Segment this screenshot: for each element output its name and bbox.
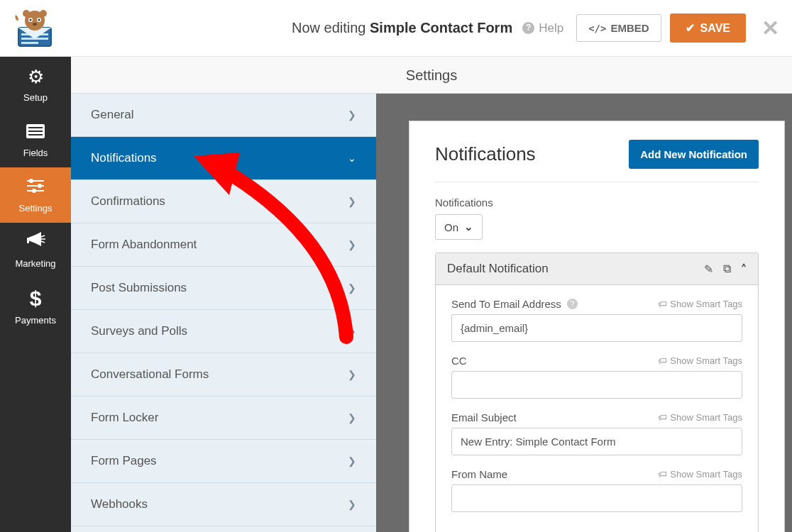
show-smart-tags[interactable]: 🏷 Show Smart Tags <box>658 355 742 366</box>
help-icon: ? <box>522 22 534 34</box>
close-icon[interactable]: ✕ <box>761 16 779 40</box>
chevron-right-icon: ❯ <box>348 455 356 467</box>
settings-row-webhooks[interactable]: Webhooks ❯ <box>71 483 376 526</box>
settings-row-form-locker[interactable]: Form Locker ❯ <box>71 397 376 440</box>
chevron-right-icon: ❯ <box>348 239 356 250</box>
settings-row-notifications[interactable]: Notifications ⌄ <box>71 137 376 180</box>
from-name-input[interactable] <box>451 484 742 512</box>
bullhorn-icon <box>26 232 45 254</box>
svg-rect-16 <box>28 131 43 132</box>
sliders-icon <box>26 177 45 199</box>
topbar: Now editing Simple Contact Form ? Help <… <box>0 0 792 57</box>
help-icon[interactable]: ? <box>567 299 578 309</box>
check-icon: ✔ <box>686 21 695 35</box>
tag-icon: 🏷 <box>658 469 667 480</box>
chevron-right-icon: ❯ <box>348 326 356 337</box>
content: Settings General ❯ Notifications ⌄ Confi… <box>71 57 792 532</box>
chevron-right-icon: ❯ <box>348 282 356 294</box>
show-smart-tags[interactable]: 🏷 Show Smart Tags <box>658 412 742 423</box>
now-editing-label: Now editing Simple Contact Form <box>292 20 512 36</box>
notification-head: Default Notification ✎ ⧉ ˄ <box>436 253 758 285</box>
settings-list: General ❯ Notifications ⌄ Confirmations … <box>71 94 376 532</box>
dollar-icon: $ <box>30 287 42 311</box>
sidebar-item-label: Fields <box>23 148 48 158</box>
field-subject: Email Subject 🏷 Show Smart Tags <box>451 411 742 455</box>
sidebar-item-label: Payments <box>15 315 56 326</box>
embed-icon: </> <box>588 23 606 34</box>
settings-row-surveys-polls[interactable]: Surveys and Polls ❯ <box>71 310 376 353</box>
tag-icon: 🏷 <box>658 412 667 423</box>
copy-icon[interactable]: ⧉ <box>723 262 731 276</box>
sidebar-item-payments[interactable]: $ Payments <box>0 278 71 333</box>
embed-button[interactable]: </> EMBED <box>576 14 661 42</box>
panel-head: Notifications Add New Notification <box>435 140 759 182</box>
svg-point-12 <box>23 10 30 17</box>
chevron-right-icon: ❯ <box>348 196 356 207</box>
inner: General ❯ Notifications ⌄ Confirmations … <box>71 94 792 532</box>
notifications-dropdown-label: Notifications <box>435 196 759 209</box>
sidebar-item-setup[interactable]: ⚙ Setup <box>0 57 71 112</box>
notification-title: Default Notification <box>447 262 549 276</box>
svg-point-13 <box>40 10 47 17</box>
cc-input[interactable] <box>451 371 742 399</box>
svg-point-11 <box>33 23 37 26</box>
chevron-down-icon: ⌄ <box>348 153 356 164</box>
notification-box: Default Notification ✎ ⧉ ˄ <box>435 253 759 532</box>
svg-rect-15 <box>28 127 43 128</box>
chevron-right-icon: ❯ <box>348 369 356 380</box>
notifications-panel: Notifications Add New Notification Notif… <box>409 121 785 532</box>
collapse-icon[interactable]: ˄ <box>741 262 747 276</box>
notification-actions: ✎ ⧉ ˄ <box>704 262 747 276</box>
tag-icon: 🏷 <box>658 355 667 366</box>
settings-row-conversational-forms[interactable]: Conversational Forms ❯ <box>71 353 376 397</box>
field-label: Email Subject <box>451 411 517 423</box>
notification-body: Send To Email Address ? 🏷 Show Smart Tag… <box>436 285 758 532</box>
svg-point-10 <box>38 18 40 21</box>
chevron-right-icon: ❯ <box>348 412 356 423</box>
svg-point-23 <box>32 189 36 193</box>
show-smart-tags[interactable]: 🏷 Show Smart Tags <box>658 469 742 480</box>
chevron-right-icon: ❯ <box>348 109 356 121</box>
sidebar-item-label: Marketing <box>15 258 55 269</box>
field-label: From Name <box>451 468 507 480</box>
svg-point-9 <box>30 18 32 21</box>
notifications-toggle-select[interactable]: On ⌄ <box>435 214 483 240</box>
field-cc: CC 🏷 Show Smart Tags <box>451 355 742 399</box>
gear-icon: ⚙ <box>28 66 44 88</box>
sidebar-item-label: Settings <box>19 203 53 214</box>
sidebar-item-label: Setup <box>23 92 48 103</box>
chevron-down-icon: ⌄ <box>464 221 473 233</box>
field-send-to: Send To Email Address ? 🏷 Show Smart Tag… <box>451 298 742 342</box>
settings-row-confirmations[interactable]: Confirmations ❯ <box>71 180 376 223</box>
settings-row-form-abandonment[interactable]: Form Abandonment ❯ <box>71 223 376 267</box>
sidebar: ⚙ Setup Fields Settings Marketing $ Paym… <box>0 57 71 532</box>
sidebar-item-settings[interactable]: Settings <box>0 167 71 223</box>
save-button[interactable]: ✔ SAVE <box>670 13 746 43</box>
field-label: CC <box>451 355 467 367</box>
svg-rect-24 <box>27 238 29 243</box>
settings-row-post-submissions[interactable]: Post Submissions ❯ <box>71 267 376 310</box>
sidebar-item-marketing[interactable]: Marketing <box>0 223 71 278</box>
sidebar-item-fields[interactable]: Fields <box>0 112 71 167</box>
field-label: Send To Email Address ? <box>451 298 578 310</box>
add-notification-button[interactable]: Add New Notification <box>629 140 759 169</box>
svg-point-21 <box>38 184 42 188</box>
help-link[interactable]: ? Help <box>522 21 563 35</box>
main: ⚙ Setup Fields Settings Marketing $ Paym… <box>0 57 792 532</box>
settings-row-form-pages[interactable]: Form Pages ❯ <box>71 440 376 483</box>
send-to-input[interactable] <box>451 314 742 342</box>
subject-input[interactable] <box>451 428 742 455</box>
field-from-name: From Name 🏷 Show Smart Tags <box>451 468 742 512</box>
settings-header: Settings <box>71 57 792 94</box>
svg-point-19 <box>29 179 33 183</box>
tag-icon: 🏷 <box>658 299 667 309</box>
list-icon <box>26 121 45 143</box>
chevron-right-icon: ❯ <box>348 499 356 510</box>
settings-row-general[interactable]: General ❯ <box>71 94 376 137</box>
svg-rect-17 <box>28 134 43 135</box>
show-smart-tags[interactable]: 🏷 Show Smart Tags <box>658 299 742 309</box>
svg-rect-4 <box>21 42 38 44</box>
wpforms-logo <box>13 8 57 49</box>
panel-title: Notifications <box>435 143 536 165</box>
edit-icon[interactable]: ✎ <box>704 262 713 276</box>
